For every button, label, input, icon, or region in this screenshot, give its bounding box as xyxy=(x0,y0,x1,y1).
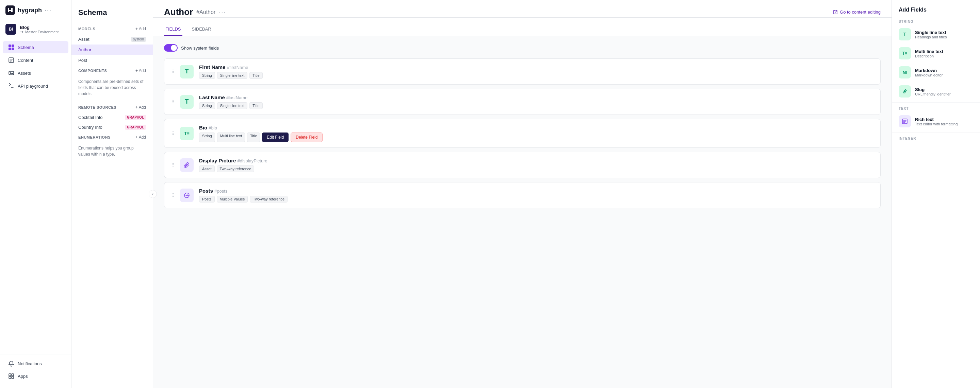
field-icon-lastname: T xyxy=(180,95,194,109)
system-fields-toggle[interactable] xyxy=(164,44,178,52)
schema-panel: Schema MODELS + Add Asset system Author … xyxy=(72,0,153,388)
field-hash-lastname: #lastName xyxy=(226,95,247,100)
field-hash-firstname: #firstName xyxy=(227,65,248,70)
go-to-content-link[interactable]: Go to content editing xyxy=(833,10,881,14)
model-item-asset[interactable]: Asset system xyxy=(72,34,153,44)
tab-fields[interactable]: FIELDS xyxy=(164,23,182,36)
field-icon-displaypicture xyxy=(180,158,194,172)
workspace-avatar: BI xyxy=(5,24,16,35)
tabs-container: FIELDS SIDEBAR xyxy=(164,23,881,36)
models-add-button[interactable]: + Add xyxy=(135,27,146,31)
nav-sidebar: hygraph ··· BI Blog Master Environment S… xyxy=(0,0,72,388)
category-integer: INTEGER xyxy=(892,134,980,142)
rich-text-label: Rich text xyxy=(915,117,958,122)
nav-item-assets[interactable]: Assets xyxy=(3,67,68,79)
markdown-info: Markdown Markdown editor xyxy=(915,68,943,77)
model-item-author[interactable]: Author xyxy=(72,44,153,55)
tag-asset-3: Asset xyxy=(199,165,215,172)
env-icon xyxy=(20,30,24,34)
field-tags-bio: String Multi line text Title Edit Field … xyxy=(199,133,873,142)
tag-multival-4: Multiple Values xyxy=(217,196,248,203)
tag-title-0: Title xyxy=(250,72,262,79)
field-name-firstname: First Name #firstName xyxy=(199,64,873,70)
single-line-info: Single line text Headings and titles xyxy=(915,30,947,39)
header-left: Author #Author ··· xyxy=(164,7,226,17)
assets-icon xyxy=(8,70,14,76)
single-line-desc: Headings and titles xyxy=(915,35,947,39)
add-multi-line-text[interactable]: T≡ Multi line text Description xyxy=(892,44,980,63)
collapse-panel-button[interactable]: ‹ xyxy=(149,190,157,198)
tag-title-2: Title xyxy=(247,133,260,142)
show-system-fields-row: Show system fields xyxy=(164,44,881,52)
field-card-displaypicture: ⠿ Display Picture #displayPicture Asset … xyxy=(164,152,881,178)
category-text: TEXT xyxy=(892,104,980,112)
components-add-button[interactable]: + Add xyxy=(135,68,146,73)
remote-item-cocktail[interactable]: Cocktail Info GRAPHQL xyxy=(72,112,153,122)
notifications-icon xyxy=(8,361,14,367)
multi-line-label: Multi line text xyxy=(915,49,943,54)
enumerations-section-header: ENUMERATIONS + Add xyxy=(72,132,153,143)
field-card-bio: ⠿ T≡ Bio #bio String Multi line text Tit… xyxy=(164,119,881,148)
field-tags-posts: Posts Multiple Values Two-way reference xyxy=(199,196,873,203)
nav-apps-label: Apps xyxy=(18,374,28,379)
tag-twoway-4: Two-way reference xyxy=(250,196,288,203)
remote-cocktail-badge: GRAPHQL xyxy=(125,115,146,120)
hygraph-logo xyxy=(5,5,15,15)
drag-handle-lastname[interactable]: ⠿ xyxy=(171,99,175,105)
nav-api-label: API playground xyxy=(18,84,48,89)
add-single-line-text[interactable]: T Single line text Headings and titles xyxy=(892,25,980,44)
model-asset-badge: system xyxy=(131,37,146,42)
apps-icon xyxy=(8,373,14,379)
nav-item-content[interactable]: Content xyxy=(3,54,68,66)
enumerations-add-button[interactable]: + Add xyxy=(135,135,146,139)
content-icon xyxy=(8,57,14,63)
field-card-lastname: ⠿ T Last Name #lastName String Single li… xyxy=(164,89,881,115)
nav-item-schema[interactable]: Schema xyxy=(3,41,68,53)
page-more-dots[interactable]: ··· xyxy=(219,8,226,16)
tag-string-1: String xyxy=(199,102,215,109)
workspace-selector[interactable]: BI Blog Master Environment xyxy=(0,21,71,38)
drag-handle-displaypicture[interactable]: ⠿ xyxy=(171,162,175,168)
remote-item-country[interactable]: Country Info GRAPHQL xyxy=(72,122,153,132)
workspace-name: Blog xyxy=(20,25,59,30)
delete-field-button-bio[interactable]: Delete Field xyxy=(291,133,323,142)
slug-label: Slug xyxy=(915,87,951,92)
nav-item-apps[interactable]: Apps xyxy=(3,370,68,382)
tag-twoway-3: Two-way reference xyxy=(217,165,255,172)
model-item-post[interactable]: Post xyxy=(72,55,153,66)
enumerations-description: Enumerations helps you group values with… xyxy=(72,143,153,163)
slug-icon xyxy=(899,85,911,98)
markdown-label: Markdown xyxy=(915,68,943,73)
workspace-env: Master Environment xyxy=(20,30,59,34)
svg-rect-10 xyxy=(9,377,11,378)
tab-sidebar[interactable]: SIDEBAR xyxy=(191,23,213,36)
field-tags-lastname: String Single line text Title xyxy=(199,102,873,109)
workspace-info: Blog Master Environment xyxy=(20,25,59,34)
add-markdown[interactable]: MI Markdown Markdown editor xyxy=(892,63,980,82)
logo-more-dots[interactable]: ··· xyxy=(45,7,52,14)
nav-item-notifications[interactable]: Notifications xyxy=(3,358,68,370)
api-icon xyxy=(8,83,14,89)
field-name-displaypicture: Display Picture #displayPicture xyxy=(199,158,873,163)
remote-sources-add-button[interactable]: + Add xyxy=(135,105,146,110)
tag-string-0: String xyxy=(199,72,215,79)
edit-field-button-bio[interactable]: Edit Field xyxy=(262,133,288,142)
markdown-icon: MI xyxy=(899,66,911,79)
drag-handle-firstname[interactable]: ⠿ xyxy=(171,69,175,74)
add-rich-text[interactable]: Rich text Text editor with formatting xyxy=(892,112,980,131)
drag-handle-bio[interactable]: ⠿ xyxy=(171,131,175,136)
tag-string-2: String xyxy=(199,133,215,142)
nav-bottom: Notifications Apps xyxy=(0,354,71,383)
multi-line-icon: T≡ xyxy=(899,47,911,59)
toggle-knob xyxy=(171,45,177,51)
tag-singleline-1: Single line text xyxy=(217,102,248,109)
field-hash-posts: #posts xyxy=(215,188,227,194)
nav-item-api[interactable]: API playground xyxy=(3,80,68,92)
tag-singleline-0: Single line text xyxy=(217,72,248,79)
field-icon-bio: T≡ xyxy=(180,127,194,140)
tag-posts-4: Posts xyxy=(199,196,215,203)
drag-handle-posts[interactable]: ⠿ xyxy=(171,193,175,198)
link-icon xyxy=(902,88,908,95)
add-slug[interactable]: Slug URL friendly identifier xyxy=(892,82,980,101)
field-name-lastname: Last Name #lastName xyxy=(199,95,873,100)
